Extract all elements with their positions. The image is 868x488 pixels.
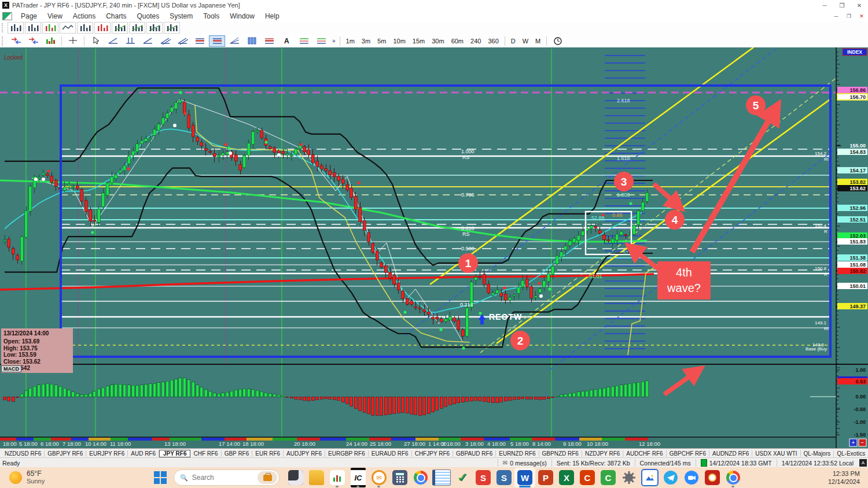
- tab-eurjpy-rf6[interactable]: EURJPY RF6: [86, 450, 128, 457]
- tab-eur-rf6[interactable]: EUR RF6: [252, 450, 284, 457]
- menu-quotes[interactable]: Quotes: [132, 12, 165, 20]
- diagonal-tool[interactable]: [139, 35, 156, 47]
- histogram-icon[interactable]: [42, 35, 58, 47]
- tab-aud-rf6[interactable]: AUD RF6: [128, 450, 159, 457]
- menu-charts[interactable]: Charts: [101, 12, 131, 20]
- crosshair-icon[interactable]: [65, 35, 81, 47]
- mail-app-icon[interactable]: ✉: [369, 468, 389, 487]
- trendline-tool[interactable]: [105, 35, 121, 47]
- trading-app-icon[interactable]: [327, 468, 348, 487]
- timeframe-1m[interactable]: 1m: [343, 38, 358, 45]
- bars-tool[interactable]: [244, 35, 260, 47]
- menu-window[interactable]: Window: [225, 12, 260, 20]
- tab-gbpnzd-rf6[interactable]: GBPNZD RF6: [539, 450, 582, 457]
- chrome-icon[interactable]: [410, 468, 431, 487]
- tab-nzdjpy-rf6[interactable]: NZDJPY RF6: [582, 450, 623, 457]
- taskbar-clock[interactable]: 12:33 PM12/14/2024: [828, 469, 860, 486]
- tab-ql-majors[interactable]: QL-Majors: [801, 450, 834, 457]
- bar-chart-icon[interactable]: [8, 22, 24, 34]
- timeframe-10m[interactable]: 10m: [389, 38, 409, 45]
- timeframe-360[interactable]: 360: [484, 38, 502, 45]
- tab-gbpaud-rf6[interactable]: GBPAUD RF6: [453, 450, 496, 457]
- tab-audchf-rf6[interactable]: AUDCHF RF6: [623, 450, 666, 457]
- timeframe-15m[interactable]: 15m: [409, 38, 428, 45]
- fan-tool[interactable]: [226, 35, 242, 47]
- menu-help[interactable]: Help: [260, 12, 285, 20]
- mdi-minimize-button[interactable]: ─: [830, 12, 843, 20]
- fib-extension-tool[interactable]: [209, 35, 225, 47]
- candle-trend-2-icon[interactable]: [129, 22, 145, 34]
- period-W[interactable]: W: [519, 38, 532, 45]
- tab-audnzd-rf6[interactable]: AUDNZD RF6: [709, 450, 752, 457]
- tab-euraud-rf6[interactable]: EURAUD RF6: [369, 450, 412, 457]
- more-tools-chevron[interactable]: »: [330, 38, 337, 44]
- minimize-button[interactable]: ─: [816, 1, 833, 10]
- powerpoint-icon[interactable]: P: [535, 468, 556, 487]
- tab-gbpjpy-rf6[interactable]: GBPJPY RF6: [45, 450, 86, 457]
- menu-system[interactable]: System: [164, 12, 198, 20]
- settings-gear-icon[interactable]: [619, 468, 639, 487]
- tab-gbpchf-rf6[interactable]: GBPCHF RF6: [667, 450, 709, 457]
- close-button[interactable]: ✕: [851, 1, 868, 10]
- tab-usdx-xau-wti[interactable]: USDX XAU WTI: [752, 450, 800, 457]
- text-tool[interactable]: A: [278, 35, 295, 47]
- bar-chart-2-icon[interactable]: [25, 22, 41, 34]
- excel-icon[interactable]: X: [556, 468, 577, 487]
- camtasia-red-icon[interactable]: C: [577, 468, 598, 487]
- timeframe-5m[interactable]: 5m: [374, 38, 389, 45]
- menu-actions[interactable]: Actions: [68, 12, 101, 20]
- checkmark-app-icon[interactable]: ✓: [452, 468, 473, 487]
- timeframe-30m[interactable]: 30m: [428, 38, 447, 45]
- gann-grid-tool[interactable]: [296, 35, 312, 47]
- snipping-tool-icon[interactable]: [639, 468, 660, 487]
- tab-eurgbp-rf6[interactable]: EURGBP RF6: [325, 450, 369, 457]
- menu-view[interactable]: View: [42, 12, 68, 20]
- mdi-restore-button[interactable]: ❐: [843, 12, 855, 20]
- file-explorer-icon[interactable]: [306, 468, 327, 487]
- word-icon[interactable]: W: [514, 468, 535, 487]
- s-blue-app-icon[interactable]: S: [494, 468, 514, 487]
- timeframe-60m[interactable]: 60m: [448, 38, 467, 45]
- tab-jpy-rf6[interactable]: JPY RF6: [159, 450, 190, 457]
- candle-trend-icon[interactable]: [112, 22, 128, 34]
- task-view-icon[interactable]: [285, 468, 306, 487]
- chrome-2-icon[interactable]: [723, 468, 744, 487]
- tab-nzdusd-rf6[interactable]: NZDUSD RF6: [2, 450, 45, 457]
- tab-eurnzd-rf6[interactable]: EURNZD RF6: [496, 450, 539, 457]
- weather-widget[interactable]: 65°FSunny: [9, 470, 79, 485]
- tab-chfjpy-rf6[interactable]: CHFJPY RF6: [412, 450, 453, 457]
- dense-bars-icon[interactable]: [146, 22, 163, 34]
- timeframe-240[interactable]: 240: [467, 38, 484, 45]
- gann-grid-2-tool[interactable]: [313, 35, 329, 47]
- scatter-icon[interactable]: [94, 22, 111, 34]
- telegram-icon[interactable]: [660, 468, 681, 487]
- period-M[interactable]: M: [532, 38, 544, 45]
- clock-icon[interactable]: [550, 35, 566, 47]
- colored-bars-icon[interactable]: [42, 22, 58, 34]
- camtasia-green-icon[interactable]: C: [598, 468, 619, 487]
- link-arrows-icon[interactable]: [8, 35, 24, 47]
- channel-tool[interactable]: [157, 35, 173, 47]
- tab-gbp-rf6[interactable]: GBP RF6: [222, 450, 253, 457]
- chart-canvas[interactable]: 1.000RS0.7860.618RS0.5000.2142.6181.6181…: [0, 47, 868, 448]
- fib-red-tool[interactable]: [261, 35, 277, 47]
- maximize-button[interactable]: ❐: [833, 1, 851, 10]
- fib-retracement-tool[interactable]: [192, 35, 208, 47]
- s-red-app-icon[interactable]: S: [473, 468, 494, 487]
- calculator-icon[interactable]: [389, 468, 410, 487]
- bar-flag-icon[interactable]: [77, 22, 93, 34]
- channel-2-tool[interactable]: [174, 35, 190, 47]
- line-chart-icon[interactable]: [60, 22, 76, 34]
- ic-markets-icon[interactable]: IC: [348, 468, 369, 487]
- compare-arrows-icon[interactable]: [25, 35, 41, 47]
- tab-chf-rf6[interactable]: CHF RF6: [190, 450, 221, 457]
- levels-icon[interactable]: [164, 22, 180, 34]
- recorder-icon[interactable]: [702, 468, 723, 487]
- mdi-close-button[interactable]: ✕: [855, 12, 868, 20]
- menu-tools[interactable]: Tools: [198, 12, 225, 20]
- menu-page[interactable]: Page: [16, 12, 42, 20]
- timeframe-3m[interactable]: 3m: [358, 38, 374, 45]
- period-D[interactable]: D: [507, 38, 519, 45]
- vertical-lines-tool[interactable]: [122, 35, 138, 47]
- tab-ql-exotics[interactable]: QL-Exotics: [834, 450, 868, 457]
